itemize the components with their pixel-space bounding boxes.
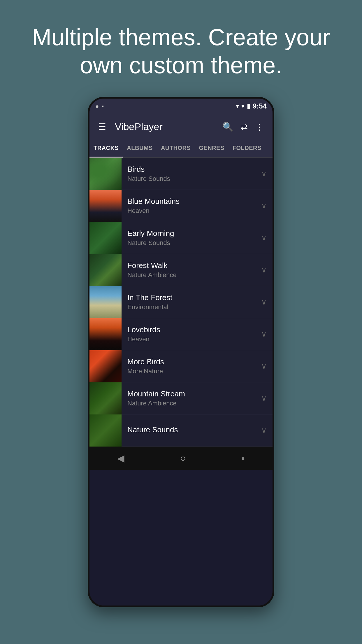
track-name: Nature Sounds xyxy=(127,425,249,434)
track-thumbnail xyxy=(89,382,122,414)
repeat-icon[interactable]: ⇄ xyxy=(238,119,251,135)
tabs-bar: TRACKS ALBUMS AUTHORS GENRES FOLDERS xyxy=(89,139,273,158)
track-name: Mountain Stream xyxy=(127,389,249,398)
track-item[interactable]: In The Forest Environmental ∨ xyxy=(89,286,273,318)
track-artist: Nature Sounds xyxy=(127,239,249,247)
status-time: 9:54 xyxy=(253,102,267,110)
app-bar: ☰ VibePlayer 🔍 ⇄ ⋮ xyxy=(89,114,273,139)
chevron-down-icon[interactable]: ∨ xyxy=(255,426,273,435)
track-info: Blue Mountains Heaven xyxy=(122,197,255,215)
track-item[interactable]: More Birds More Nature ∨ xyxy=(89,350,273,382)
app-title: VibePlayer xyxy=(115,121,214,132)
track-thumbnail xyxy=(89,350,122,382)
track-thumbnail xyxy=(89,222,122,254)
track-info: In The Forest Environmental xyxy=(122,293,255,311)
signal-icon: ▾ xyxy=(241,102,245,110)
track-info: Early Morning Nature Sounds xyxy=(122,229,255,247)
track-name: Blue Mountains xyxy=(127,197,249,206)
back-button[interactable]: ◀ xyxy=(108,450,133,467)
chevron-down-icon[interactable]: ∨ xyxy=(255,265,273,274)
track-artist: Nature Ambience xyxy=(127,400,249,407)
search-icon[interactable]: 🔍 xyxy=(219,119,236,135)
menu-icon[interactable]: ☰ xyxy=(95,119,109,135)
tab-genres[interactable]: GENRES xyxy=(195,139,228,158)
track-name: More Birds xyxy=(127,357,249,366)
chevron-down-icon[interactable]: ∨ xyxy=(255,362,273,371)
track-item[interactable]: Mountain Stream Nature Ambience ∨ xyxy=(89,382,273,414)
track-artist: More Nature xyxy=(127,368,249,375)
track-name: Early Morning xyxy=(127,229,249,238)
wifi-icon: ▾ xyxy=(236,102,239,110)
track-thumbnail xyxy=(89,254,122,286)
track-artist: Heaven xyxy=(127,207,249,215)
track-info: Lovebirds Heaven xyxy=(122,325,255,343)
track-list: Birds Nature Sounds ∨ Blue Mountains Hea… xyxy=(89,158,273,447)
track-thumbnail xyxy=(89,414,122,447)
chevron-down-icon[interactable]: ∨ xyxy=(255,298,273,307)
track-thumbnail xyxy=(89,158,122,190)
track-name: In The Forest xyxy=(127,293,249,302)
chevron-down-icon[interactable]: ∨ xyxy=(255,233,273,242)
chevron-down-icon[interactable]: ∨ xyxy=(255,201,273,210)
track-info: Nature Sounds xyxy=(122,425,255,435)
track-item[interactable]: Birds Nature Sounds ∨ xyxy=(89,158,273,190)
track-artist: Nature Sounds xyxy=(127,175,249,183)
track-item[interactable]: Blue Mountains Heaven ∨ xyxy=(89,190,273,222)
tab-folders[interactable]: FOLDERS xyxy=(229,139,266,158)
app-bar-actions: 🔍 ⇄ ⋮ xyxy=(219,119,267,135)
track-info: Forest Walk Nature Ambience xyxy=(122,261,255,279)
tab-tracks[interactable]: TRACKS xyxy=(89,139,123,158)
status-icon-2: ▪ xyxy=(102,103,104,110)
recents-button[interactable]: ▪ xyxy=(233,450,253,467)
chevron-down-icon[interactable]: ∨ xyxy=(255,169,273,178)
track-info: Mountain Stream Nature Ambience xyxy=(122,389,255,407)
status-left: ● ▪ xyxy=(95,103,104,110)
tab-albums[interactable]: ALBUMS xyxy=(123,139,157,158)
track-item[interactable]: Forest Walk Nature Ambience ∨ xyxy=(89,254,273,286)
track-name: Lovebirds xyxy=(127,325,249,334)
chevron-down-icon[interactable]: ∨ xyxy=(255,394,273,403)
track-artist: Environmental xyxy=(127,303,249,311)
track-thumbnail xyxy=(89,190,122,222)
status-right: ▾ ▾ ▮ 9:54 xyxy=(236,102,267,110)
status-icon-1: ● xyxy=(95,103,99,110)
track-thumbnail xyxy=(89,286,122,318)
track-item[interactable]: Lovebirds Heaven ∨ xyxy=(89,318,273,350)
tab-authors[interactable]: AUTHORS xyxy=(157,139,195,158)
track-artist: Heaven xyxy=(127,335,249,343)
home-button[interactable]: ○ xyxy=(171,450,194,467)
track-info: Birds Nature Sounds xyxy=(122,165,255,183)
track-thumbnail xyxy=(89,318,122,350)
track-item[interactable]: Nature Sounds ∨ xyxy=(89,414,273,447)
bottom-nav: ◀ ○ ▪ xyxy=(89,447,273,470)
headline-text: Multiple themes. Create your own custom … xyxy=(0,0,362,97)
more-options-icon[interactable]: ⋮ xyxy=(252,119,267,135)
track-artist: Nature Ambience xyxy=(127,271,249,279)
status-bar: ● ▪ ▾ ▾ ▮ 9:54 xyxy=(89,99,273,114)
battery-icon: ▮ xyxy=(247,102,250,110)
track-name: Forest Walk xyxy=(127,261,249,270)
track-item[interactable]: Early Morning Nature Sounds ∨ xyxy=(89,222,273,254)
track-info: More Birds More Nature xyxy=(122,357,255,375)
phone-device: ● ▪ ▾ ▾ ▮ 9:54 ☰ VibePlayer 🔍 ⇄ ⋮ TRACKS… xyxy=(88,97,274,607)
chevron-down-icon[interactable]: ∨ xyxy=(255,330,273,339)
track-name: Birds xyxy=(127,165,249,174)
